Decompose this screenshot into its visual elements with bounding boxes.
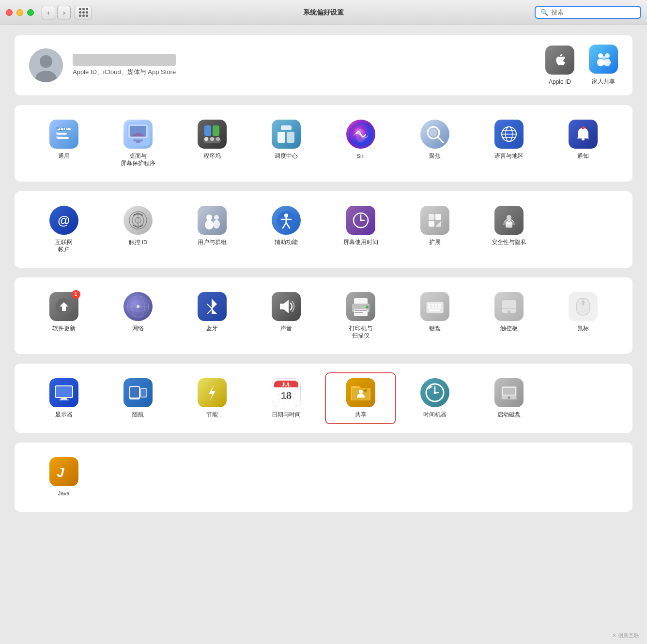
family-sharing-icon bbox=[589, 45, 618, 74]
item-language[interactable]: 语言与地区 bbox=[475, 115, 544, 172]
svg-point-59 bbox=[360, 219, 362, 221]
item-touch-id[interactable]: 触控 ID bbox=[103, 201, 172, 258]
svg-point-3 bbox=[598, 53, 603, 58]
bluetooth-label: 蓝牙 bbox=[206, 325, 218, 332]
icon-grid-hardware: 1 软件更新 bbox=[29, 287, 618, 344]
svg-marker-63 bbox=[435, 221, 441, 227]
avatar[interactable] bbox=[29, 48, 63, 82]
maximize-button[interactable] bbox=[27, 9, 34, 16]
item-siri[interactable]: Siri bbox=[326, 115, 395, 172]
svg-rect-62 bbox=[429, 221, 434, 227]
item-displays[interactable]: 显示器 bbox=[29, 373, 98, 423]
svg-point-126 bbox=[508, 396, 510, 399]
item-accessibility[interactable]: 辅助功能 bbox=[252, 201, 321, 258]
item-datetime[interactable]: JUL 18 日期与时间 bbox=[252, 373, 321, 423]
item-network[interactable]: 网络 bbox=[103, 287, 172, 344]
item-users-groups[interactable]: 用户与群组 bbox=[178, 201, 247, 258]
mouse-icon bbox=[569, 292, 598, 321]
item-screen-time[interactable]: 屏幕使用时间 bbox=[326, 201, 395, 258]
dock-label: 程序坞 bbox=[203, 153, 221, 160]
screen-time-icon bbox=[346, 206, 375, 235]
item-keyboard[interactable]: 键盘 bbox=[400, 287, 469, 344]
internet-icon: @ bbox=[49, 206, 78, 235]
svg-line-75 bbox=[207, 304, 212, 309]
search-input[interactable] bbox=[551, 9, 635, 16]
printers-label: 打印机与扫描仪 bbox=[349, 325, 372, 339]
svg-rect-89 bbox=[431, 307, 434, 308]
item-bluetooth[interactable]: 蓝牙 bbox=[178, 287, 247, 344]
profile-name bbox=[73, 54, 176, 66]
security-privacy-label: 安全性与隐私 bbox=[492, 239, 526, 246]
item-general[interactable]: File New Ope 通用 bbox=[29, 115, 98, 172]
item-notifications[interactable]: 通知 bbox=[549, 115, 618, 172]
item-startup-disk[interactable]: 启动磁盘 bbox=[475, 373, 544, 423]
item-security-privacy[interactable]: 安全性与隐私 bbox=[475, 201, 544, 258]
security-privacy-icon bbox=[494, 206, 524, 235]
svg-rect-87 bbox=[438, 304, 441, 306]
printers-icon bbox=[346, 292, 375, 321]
item-spotlight[interactable]: 聚焦 bbox=[400, 115, 469, 172]
grid-dots-icon bbox=[79, 8, 88, 17]
icon-grid-system: 显示器 随航 bbox=[29, 373, 618, 423]
icon-grid-other: J Java bbox=[29, 452, 618, 502]
bluetooth-icon bbox=[198, 292, 227, 321]
item-printers[interactable]: 打印机与扫描仪 bbox=[326, 287, 395, 344]
svg-rect-27 bbox=[287, 132, 294, 143]
svg-point-32 bbox=[430, 129, 437, 137]
family-sharing-action[interactable]: 家人共享 bbox=[589, 45, 618, 86]
software-update-label: 软件更新 bbox=[52, 325, 76, 332]
apple-id-action[interactable]: Apple ID bbox=[545, 46, 574, 85]
section-security: @ 互联网帐户 bbox=[15, 191, 632, 268]
item-java[interactable]: J Java bbox=[29, 452, 98, 502]
timemachine-icon bbox=[420, 378, 449, 407]
svg-point-82 bbox=[366, 306, 369, 308]
svg-text:18: 18 bbox=[281, 390, 292, 401]
item-mouse[interactable]: 鼠标 bbox=[549, 287, 618, 344]
svg-rect-28 bbox=[281, 125, 292, 130]
java-label: Java bbox=[58, 490, 69, 497]
network-label: 网络 bbox=[132, 325, 144, 332]
svg-rect-88 bbox=[428, 307, 431, 308]
forward-button[interactable]: › bbox=[57, 6, 71, 19]
svg-rect-19 bbox=[136, 141, 140, 143]
profile-desc: Apple ID、iCloud、媒体与 App Store bbox=[73, 68, 176, 77]
sound-label: 声音 bbox=[280, 325, 292, 332]
back-button[interactable]: ‹ bbox=[42, 6, 55, 19]
grid-view-button[interactable] bbox=[75, 6, 92, 19]
item-software-update[interactable]: 1 软件更新 bbox=[29, 287, 98, 344]
svg-point-117 bbox=[359, 390, 363, 394]
svg-point-46 bbox=[206, 215, 212, 220]
item-energy[interactable]: 节能 bbox=[178, 373, 247, 423]
item-desktop[interactable]: 桌面与屏幕保护程序 bbox=[103, 115, 172, 172]
sharing-label: 共享 bbox=[355, 411, 367, 418]
general-label: 通用 bbox=[58, 153, 70, 160]
users-groups-icon bbox=[198, 206, 227, 235]
item-dock[interactable]: 程序坞 bbox=[178, 115, 247, 172]
java-icon: J bbox=[49, 457, 78, 486]
svg-rect-81 bbox=[354, 312, 363, 313]
item-sharing[interactable]: 共享 bbox=[326, 373, 395, 423]
svg-line-76 bbox=[207, 309, 212, 314]
close-button[interactable] bbox=[6, 9, 13, 16]
sharing-icon bbox=[346, 378, 375, 407]
svg-rect-18 bbox=[133, 139, 143, 141]
svg-rect-90 bbox=[435, 307, 437, 308]
svg-rect-99 bbox=[56, 387, 72, 397]
item-mission-control[interactable]: 调度中心 bbox=[252, 115, 321, 172]
svg-point-47 bbox=[205, 220, 214, 230]
item-internet[interactable]: @ 互联网帐户 bbox=[29, 201, 98, 258]
item-timemachine[interactable]: 时间机器 bbox=[400, 373, 469, 423]
item-extensions[interactable]: 扩展 bbox=[400, 201, 469, 258]
item-trackpad[interactable]: 触控板 bbox=[475, 287, 544, 344]
profile-right: Apple ID 家人共享 bbox=[545, 45, 618, 86]
spotlight-label: 聚焦 bbox=[429, 153, 441, 160]
svg-rect-39 bbox=[582, 138, 585, 140]
keyboard-label: 键盘 bbox=[429, 325, 441, 332]
internet-label: 互联网帐户 bbox=[55, 239, 73, 253]
minimize-button[interactable] bbox=[16, 9, 23, 16]
item-sidecar[interactable]: 随航 bbox=[103, 373, 172, 423]
search-box[interactable]: 🔍 bbox=[535, 6, 641, 19]
svg-point-7 bbox=[602, 56, 606, 60]
item-sound[interactable]: 声音 bbox=[252, 287, 321, 344]
svg-rect-22 bbox=[213, 125, 219, 136]
